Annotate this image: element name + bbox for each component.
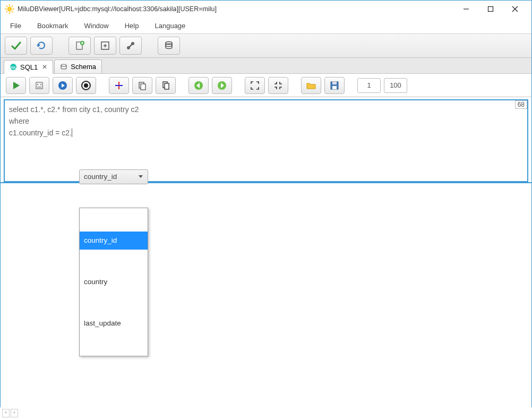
autocomplete-combobox[interactable]: country_id [79,169,148,184]
editor-line-3: c1.country_id = c2. [9,129,72,137]
autocomplete-item-country[interactable]: country [80,273,148,291]
svg-point-21 [131,42,134,45]
copy-button[interactable] [156,77,176,94]
execute-button[interactable] [6,77,26,94]
editor-line-2: where [9,117,29,125]
svg-line-7 [6,11,7,12]
svg-marker-27 [13,82,20,89]
close-button[interactable] [503,1,527,17]
database-icon [60,63,67,71]
autocomplete-list: country_id country last_update [79,208,148,356]
menu-language[interactable]: Language [152,21,187,31]
menu-help[interactable]: Help [123,21,141,31]
sql-editor-wrap: 68 select c1.*, c2.* from city c1, count… [4,99,528,182]
autocomplete-selected: country_id [84,171,117,183]
svg-line-5 [6,6,7,7]
svg-point-0 [7,7,12,12]
sql-icon: SQL [10,63,17,71]
svg-point-35 [84,83,88,88]
statusbar: * * [0,407,532,419]
menu-window[interactable]: Window [82,21,110,31]
status-cell-a[interactable]: * [2,409,10,417]
save-button[interactable] [324,77,345,94]
record-button[interactable] [76,77,96,94]
svg-point-23 [166,44,172,47]
tab-sql1[interactable]: SQL SQL1 ✕ [4,60,53,74]
svg-line-8 [12,6,13,7]
tab-sql1-label: SQL1 [20,63,38,71]
svg-point-26 [61,64,66,66]
text-cursor [72,129,72,137]
app-icon [5,4,14,14]
autocomplete-item-last-update[interactable]: last_update [80,314,148,332]
connection-button[interactable] [119,37,142,55]
play-circle-button[interactable] [53,77,73,94]
chevron-down-icon [138,175,143,179]
autocomplete-popup: country_id country_id country last_updat… [79,146,148,380]
rollback-button[interactable] [30,37,53,55]
page-to-input[interactable] [384,78,407,93]
svg-rect-39 [141,84,145,90]
svg-point-30 [40,84,41,85]
menubar: File Bookmark Window Help Language [1,18,531,33]
window-title: MiluDBViewer[URL=jdbc:mysql://localhost:… [18,5,454,13]
page-from-input[interactable] [357,78,381,93]
sql-editor[interactable]: select c1.*, c2.* from city c1, country … [5,100,527,181]
add-panel-button[interactable] [94,37,116,55]
svg-rect-28 [36,82,42,89]
autocomplete-item-country-id[interactable]: country_id [80,232,148,250]
window-controls [454,1,527,17]
tabbar: SQL SQL1 ✕ Schema [1,58,531,74]
minimize-button[interactable] [454,1,478,17]
tab-schema-label: Schema [71,63,96,71]
tab-schema[interactable]: Schema [54,59,102,73]
svg-rect-47 [332,82,337,84]
tab-sql1-close[interactable]: ✕ [42,63,47,71]
open-button[interactable] [301,77,321,94]
svg-marker-49 [139,175,143,178]
commit-button[interactable] [5,37,27,55]
menu-bookmark[interactable]: Bookmark [35,21,71,31]
svg-rect-48 [332,86,337,89]
main-toolbar [1,33,531,58]
menu-file[interactable]: File [8,21,23,31]
next-button[interactable] [212,77,232,94]
collapse-button[interactable] [268,77,288,94]
svg-rect-10 [488,7,493,12]
svg-rect-41 [165,83,169,89]
svg-line-6 [12,11,13,12]
explain-button[interactable] [29,77,49,94]
svg-point-29 [37,84,38,85]
maximize-button[interactable] [478,1,503,17]
status-cell-b[interactable]: * [11,409,18,417]
titlebar: MiluDBViewer[URL=jdbc:mysql://localhost:… [1,1,531,18]
svg-point-20 [127,46,130,49]
sql-toolbar [1,74,531,97]
format-button[interactable] [109,77,129,94]
database-button[interactable] [158,37,180,55]
new-document-button[interactable] [68,37,91,55]
prev-button[interactable] [188,77,209,94]
svg-text:SQL: SQL [10,66,16,69]
editor-line-1: select c1.*, c2.* from city c1, country … [9,105,139,114]
expand-button[interactable] [245,77,265,94]
copy-sql-button[interactable] [132,77,152,94]
